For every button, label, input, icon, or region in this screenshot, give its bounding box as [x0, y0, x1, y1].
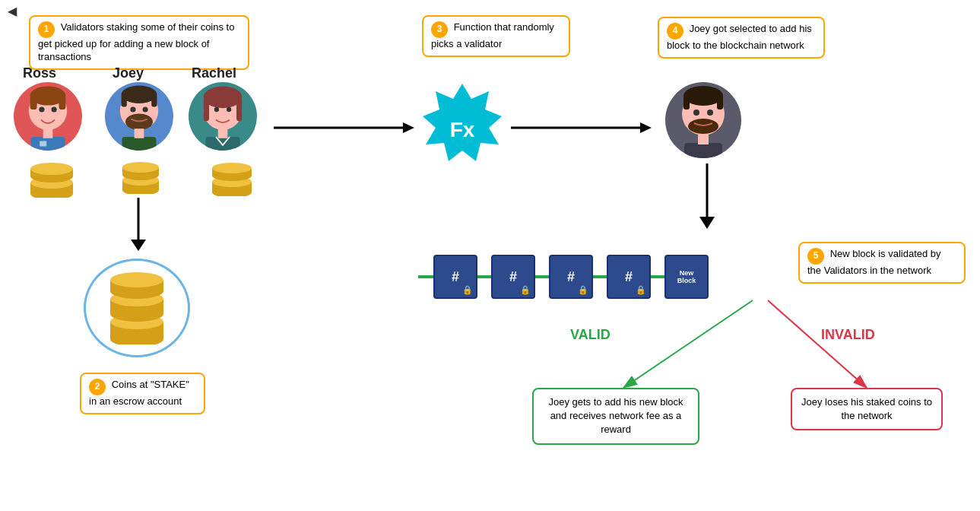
svg-point-23 — [227, 107, 231, 112]
chain-1 — [477, 275, 491, 278]
joey-coins — [113, 160, 170, 194]
svg-marker-56 — [403, 122, 414, 133]
svg-rect-8 — [40, 141, 46, 146]
svg-rect-11 — [122, 94, 127, 106]
lock-1: 🔒 — [462, 285, 473, 295]
svg-rect-21 — [236, 97, 242, 122]
step1-box: 1 Validators staking some of their coins… — [29, 15, 249, 70]
chain-3 — [593, 275, 607, 278]
step2-box: 2 Coins at "STAKE" in an escrow account — [80, 373, 205, 414]
valid-outcome-text: Joey gets to add his new block and recei… — [548, 396, 683, 435]
name-joey: Joey — [113, 65, 144, 81]
svg-text:Fx: Fx — [450, 118, 475, 141]
svg-rect-64 — [717, 96, 723, 110]
svg-marker-45 — [131, 240, 146, 251]
step1-text: Validators staking some of their coins t… — [38, 21, 234, 62]
step5-badge: 5 — [807, 248, 824, 265]
avatar-ross — [14, 82, 82, 151]
ross-coins — [21, 160, 82, 198]
rachel-coins — [201, 160, 262, 196]
svg-rect-68 — [684, 143, 722, 158]
step4-badge: 4 — [667, 23, 683, 40]
svg-point-15 — [143, 106, 148, 112]
svg-rect-12 — [151, 94, 157, 106]
arrow-joey-to-blockchain — [699, 163, 715, 232]
block-1: # 🔒 — [433, 255, 477, 299]
arrow-to-fx — [274, 120, 426, 135]
svg-point-67 — [707, 110, 713, 116]
svg-point-22 — [214, 107, 219, 112]
svg-point-37 — [122, 162, 159, 173]
chain-4 — [651, 275, 664, 278]
invalid-outcome-box: Joey loses his staked coins to the netwo… — [791, 388, 943, 430]
lock-2: 🔒 — [520, 285, 531, 295]
joey-svg — [105, 82, 173, 151]
invalid-outcome-text: Joey loses his staked coins to the netwo… — [801, 396, 932, 421]
blockchain: # 🔒 # 🔒 # 🔒 # 🔒 NewBlock — [418, 255, 791, 299]
svg-rect-69 — [698, 134, 709, 144]
svg-point-4 — [39, 106, 44, 112]
block-hash-2: # — [509, 269, 517, 285]
block-4: # 🔒 — [607, 255, 651, 299]
step1-badge: 1 — [38, 21, 55, 38]
back-arrow[interactable]: ◀ — [8, 4, 17, 18]
svg-marker-71 — [699, 217, 715, 229]
step3-text: Function that randomly picks a validator — [431, 21, 554, 49]
avatar-rachel — [189, 82, 257, 151]
svg-rect-25 — [218, 129, 228, 138]
new-block-label: NewBlock — [677, 269, 696, 284]
svg-point-43 — [212, 163, 252, 173]
svg-rect-16 — [122, 137, 157, 151]
escrow-circle — [84, 259, 190, 357]
svg-point-54 — [110, 272, 163, 287]
avatar-joey-selected — [665, 82, 741, 158]
name-rachel: Rachel — [192, 65, 236, 81]
svg-point-66 — [693, 110, 699, 116]
svg-point-31 — [30, 163, 73, 175]
arrow-down-escrow — [131, 198, 146, 251]
step2-badge: 2 — [89, 379, 106, 395]
svg-point-14 — [130, 106, 135, 112]
block-hash-1: # — [452, 269, 459, 285]
svg-rect-20 — [204, 97, 209, 122]
fx-badge: Fx — [417, 82, 508, 173]
valid-outcome-box: Joey gets to add his new block and recei… — [532, 388, 699, 445]
step3-badge: 3 — [431, 21, 448, 38]
step5-text: New block is validated by the Validators… — [807, 248, 941, 276]
new-block: NewBlock — [664, 255, 709, 299]
chain-line-start — [418, 275, 433, 278]
block-3: # 🔒 — [549, 255, 593, 299]
lock-4: 🔒 — [636, 285, 646, 295]
name-ross: Ross — [23, 65, 56, 81]
ross-svg — [14, 82, 82, 151]
chain-2 — [535, 275, 549, 278]
invalid-label: INVALID — [821, 327, 875, 343]
block-hash-4: # — [625, 269, 633, 285]
svg-rect-2 — [30, 96, 37, 110]
diagram: ◀ 1 Validators staking some of their coi… — [0, 0, 980, 511]
lock-3: 🔒 — [578, 285, 588, 295]
svg-rect-63 — [683, 96, 690, 110]
step3-box: 3 Function that randomly picks a validat… — [422, 15, 570, 57]
svg-point-19 — [204, 86, 242, 108]
svg-rect-17 — [135, 129, 144, 138]
step4-box: 4 Joey got selected to add his block to … — [658, 17, 825, 59]
avatar-joey — [105, 82, 173, 151]
svg-rect-6 — [31, 137, 65, 151]
step4-text: Joey got selected to add his block to th… — [667, 23, 812, 51]
block-2: # 🔒 — [491, 255, 535, 299]
rachel-svg — [189, 82, 257, 151]
joey-selected-svg — [665, 82, 741, 158]
arrow-fx-to-joey — [511, 120, 663, 135]
escrow-coins-svg — [95, 272, 179, 344]
step5-box: 5 New block is validated by the Validato… — [798, 242, 966, 284]
block-hash-3: # — [567, 269, 575, 285]
svg-marker-60 — [640, 122, 652, 133]
svg-rect-3 — [59, 96, 65, 110]
svg-rect-24 — [206, 137, 240, 151]
svg-rect-7 — [43, 129, 53, 138]
valid-label: VALID — [570, 327, 611, 343]
svg-point-5 — [52, 106, 57, 112]
